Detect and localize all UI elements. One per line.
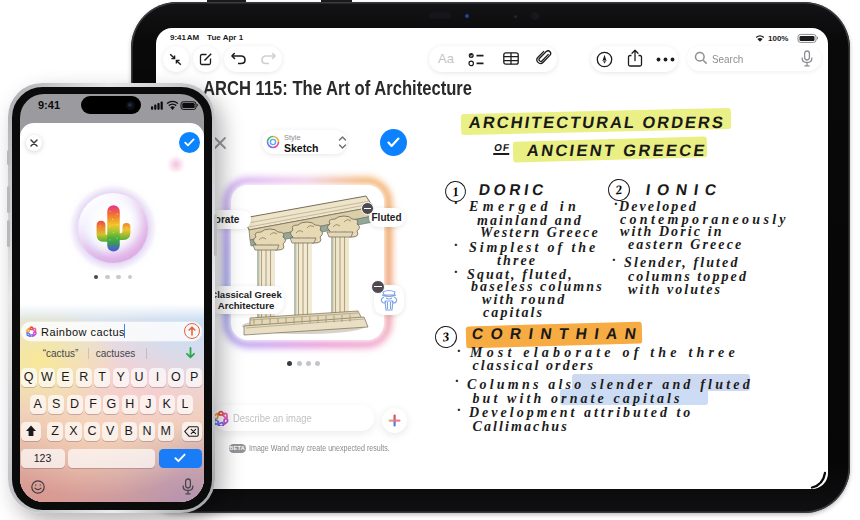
svg-text:100%: 100%	[768, 34, 788, 43]
